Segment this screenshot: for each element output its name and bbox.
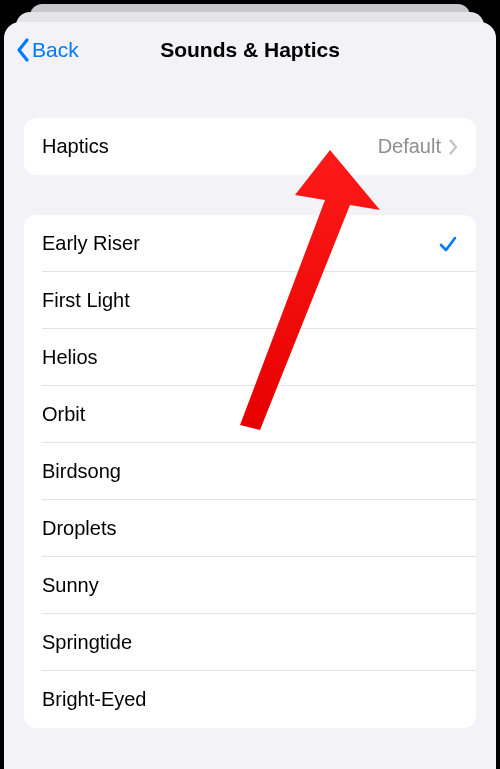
settings-sheet: Back Sounds & Haptics Haptics Default Ea… bbox=[4, 22, 496, 769]
sound-label: Bright-Eyed bbox=[42, 688, 458, 711]
chevron-left-icon bbox=[16, 38, 30, 62]
sound-row[interactable]: Orbit bbox=[24, 386, 476, 443]
back-button[interactable]: Back bbox=[16, 38, 79, 62]
sound-row[interactable]: Bright-Eyed bbox=[24, 671, 476, 728]
sound-row[interactable]: Droplets bbox=[24, 500, 476, 557]
sound-label: Orbit bbox=[42, 403, 458, 426]
sound-label: Sunny bbox=[42, 574, 458, 597]
chevron-right-icon bbox=[449, 139, 458, 155]
haptics-group: Haptics Default bbox=[24, 118, 476, 175]
checkmark-icon bbox=[438, 234, 458, 254]
sound-label: Early Riser bbox=[42, 232, 438, 255]
sound-row[interactable]: Sunny bbox=[24, 557, 476, 614]
sound-label: Springtide bbox=[42, 631, 458, 654]
sound-row[interactable]: Birdsong bbox=[24, 443, 476, 500]
sound-label: Birdsong bbox=[42, 460, 458, 483]
haptics-value: Default bbox=[378, 135, 441, 158]
sound-row[interactable]: First Light bbox=[24, 272, 476, 329]
sound-label: Droplets bbox=[42, 517, 458, 540]
sound-row[interactable]: Helios bbox=[24, 329, 476, 386]
sound-row[interactable]: Springtide bbox=[24, 614, 476, 671]
haptics-label: Haptics bbox=[42, 135, 378, 158]
sound-row[interactable]: Early Riser bbox=[24, 215, 476, 272]
content-area: Haptics Default Early RiserFirst LightHe… bbox=[4, 118, 496, 728]
sound-label: Helios bbox=[42, 346, 458, 369]
sounds-group: Early RiserFirst LightHeliosOrbitBirdson… bbox=[24, 215, 476, 728]
nav-bar: Back Sounds & Haptics bbox=[4, 22, 496, 78]
haptics-row[interactable]: Haptics Default bbox=[24, 118, 476, 175]
sound-label: First Light bbox=[42, 289, 458, 312]
back-label: Back bbox=[32, 38, 79, 62]
